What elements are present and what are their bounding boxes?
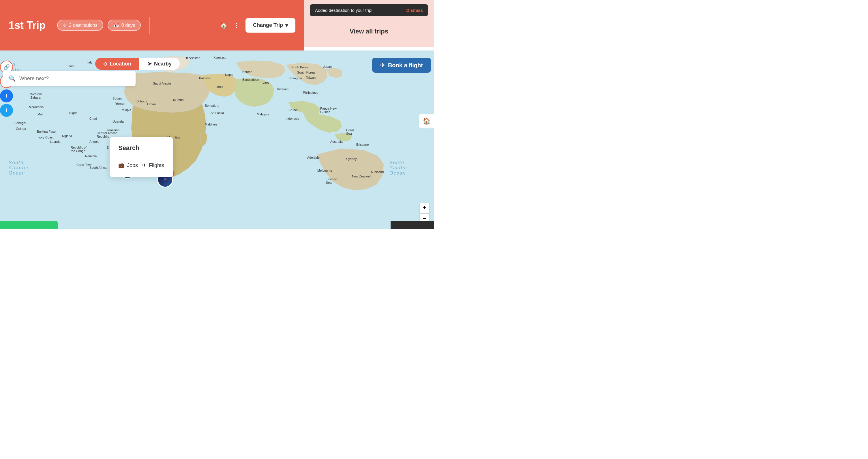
chevron-down-icon: ▾ <box>285 22 288 29</box>
header-right: 🏠 ⋮ Change Trip ▾ <box>220 18 296 33</box>
destinations-badge: ✈ 2 destinations <box>57 20 103 31</box>
bottom-bar-left <box>0 221 58 230</box>
flights-icon: ✈ <box>142 162 147 169</box>
search-popup-title: Search <box>118 144 164 152</box>
calendar-icon: 📅 <box>113 23 119 28</box>
home-icon[interactable]: 🏠 <box>220 22 227 29</box>
header: 1st Trip ✈ 2 destinations 📅 0 days 🏠 ⋮ C… <box>0 0 304 51</box>
flights-option[interactable]: ✈ Flights <box>142 161 164 170</box>
twitter-social-icon[interactable]: t <box>0 104 13 117</box>
search-popup: Search 💼 Jobs ✈ Flights <box>110 137 173 177</box>
nearby-tab[interactable]: ➤ Nearby <box>139 58 180 70</box>
jobs-label: Jobs <box>127 162 138 169</box>
destinations-count: 2 destinations <box>69 23 97 28</box>
search-input[interactable] <box>19 75 130 82</box>
navigation-icon: ➤ <box>147 61 152 67</box>
flights-label: Flights <box>149 162 164 169</box>
more-icon[interactable]: ⋮ <box>234 22 240 29</box>
header-icons: 🏠 ⋮ <box>220 22 240 29</box>
diamond-icon: ◇ <box>103 61 107 67</box>
view-all-trips-label[interactable]: View all trips <box>310 22 428 41</box>
briefcase-icon: 💼 <box>118 162 125 169</box>
nearby-tab-label: Nearby <box>154 61 172 67</box>
book-flight-icon: ✈ <box>380 62 385 69</box>
map-tabs: ◇ Location ➤ Nearby <box>95 58 180 70</box>
notification-panel: Added destination to your trip! Dismiss … <box>304 0 434 47</box>
days-badge: 📅 0 days <box>107 20 141 31</box>
change-trip-label: Change Trip <box>253 22 283 28</box>
days-count: 0 days <box>121 23 135 28</box>
header-badges: ✈ 2 destinations 📅 0 days <box>57 20 141 31</box>
toast-notification: Added destination to your trip! Dismiss <box>310 4 428 16</box>
book-flight-label: Book a flight <box>388 62 423 69</box>
search-icon: 🔍 <box>9 75 16 82</box>
trip-title: 1st Trip <box>9 19 45 31</box>
book-flight-button[interactable]: ✈ Book a flight <box>372 58 431 73</box>
toast-text: Added destination to your trip! <box>315 8 372 13</box>
change-trip-button[interactable]: Change Trip ▾ <box>246 18 296 33</box>
facebook-social-icon[interactable]: f <box>0 89 13 102</box>
jobs-option[interactable]: 💼 Jobs <box>118 161 138 170</box>
search-popup-options: 💼 Jobs ✈ Flights <box>118 161 164 170</box>
map-container[interactable]: NorthAtlantic SouthAtlanticOcean IndianO… <box>0 51 434 230</box>
header-divider <box>149 17 150 34</box>
home-icon-right[interactable]: 🏠 <box>419 114 434 128</box>
toast-dismiss-button[interactable]: Dismiss <box>406 8 423 13</box>
bottom-bar-right <box>391 221 434 230</box>
social-sidebar: 🔗 👁 f t <box>0 61 13 117</box>
search-bar: 🔍 <box>3 71 135 86</box>
zoom-in-button[interactable]: + <box>420 203 430 213</box>
send-icon: ✈ <box>63 23 67 28</box>
search-popup-divider <box>118 156 164 156</box>
location-tab-label: Location <box>110 61 131 67</box>
location-tab[interactable]: ◇ Location <box>95 58 139 70</box>
